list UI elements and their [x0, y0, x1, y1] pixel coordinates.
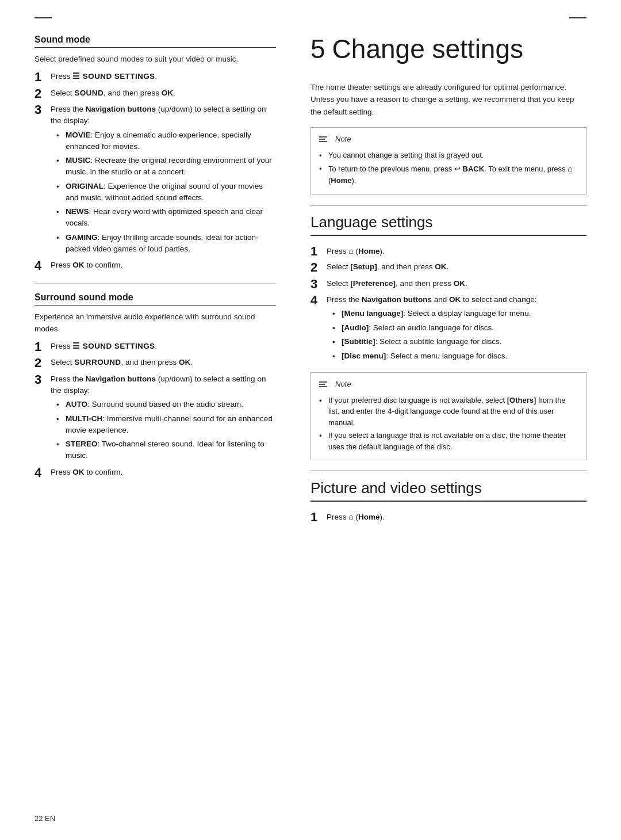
sound-mode-bullets: • MOVIE: Enjoy a cinematic audio experie… — [51, 129, 276, 255]
right-intro-text: The home theater settings are already co… — [310, 81, 586, 119]
sound-step-1: 1 Press ☰ SOUND SETTINGS. — [34, 71, 276, 85]
sound-mode-steps: 1 Press ☰ SOUND SETTINGS. 2 Select SOUND… — [34, 71, 276, 273]
note-label-1: Note — [335, 133, 351, 145]
note-box-2: Note • If your preferred disc language i… — [310, 372, 586, 460]
picture-video-steps: 1 Press (Home). — [310, 511, 586, 525]
sound-mode-heading: Sound mode — [34, 35, 276, 48]
sound-step-2: 2 Select SOUND, and then press OK. — [34, 87, 276, 101]
chapter-title: 5Change settings — [310, 35, 586, 64]
note2-bullet-2: • If you select a language that is not a… — [319, 430, 578, 452]
surround-step-2: 2 Select SURROUND, and then press OK. — [34, 357, 276, 371]
section-divider-1 — [34, 284, 276, 284]
lang-bullet-subtitle: • [Subtitle]: Select a subtitle language… — [332, 336, 586, 348]
pv-step-1: 1 Press (Home). — [310, 511, 586, 525]
surround-bullet-multich: • MULTI-CH: Immersive multi-channel soun… — [56, 413, 276, 437]
surround-heading: Surround sound mode — [34, 292, 276, 306]
note-box-1: Note • You cannot change a setting that … — [310, 127, 586, 194]
lang-bullet-disc: • [Disc menu]: Select a menu language fo… — [332, 350, 586, 362]
picture-video-section: Picture and video settings 1 Press (Home… — [310, 479, 586, 525]
surround-steps: 1 Press ☰ SOUND SETTINGS. 2 Select SURRO… — [34, 341, 276, 480]
note1-bullets: • You cannot change a setting that is gr… — [319, 150, 578, 186]
sound-bullet-news: • NEWS: Hear every word with optimized s… — [56, 206, 276, 230]
page-number: 22 EN — [34, 814, 55, 823]
sound-bullet-gaming: • GAMING: Enjoy thrilling arcade sounds,… — [56, 232, 276, 255]
section-divider-right-2 — [310, 471, 586, 471]
surround-bullet-stereo: • STEREO: Two-channel stereo sound. Idea… — [56, 438, 276, 462]
surround-step-3: 3 Press the Navigation buttons (up/down)… — [34, 373, 276, 464]
lang-step-1: 1 Press (Home). — [310, 245, 586, 259]
surround-intro: Experience an immersive audio experience… — [34, 311, 276, 335]
sound-step-3: 3 Press the Navigation buttons (up/down)… — [34, 104, 276, 257]
surround-bullets: • AUTO: Surround sound based on the audi… — [51, 399, 276, 462]
home-icon-note — [568, 165, 572, 173]
note-icon-1 — [319, 136, 331, 142]
lang-bullet-audio: • [Audio]: Select an audio language for … — [332, 322, 586, 334]
note-icon-2 — [319, 381, 331, 387]
language-settings-section: Language settings 1 Press (Home). 2 Sele… — [310, 213, 586, 364]
language-heading: Language settings — [310, 213, 586, 236]
surround-step-4: 4 Press OK to confirm. — [34, 467, 276, 480]
top-line-left — [34, 17, 52, 18]
back-icon — [454, 165, 461, 173]
page-footer: 22 EN — [34, 814, 55, 823]
lang-step-3: 3 Select [Preference], and then press OK… — [310, 278, 586, 292]
chapter-title-text: Change settings — [332, 34, 523, 64]
note2-bullet-1: • If your preferred disc language is not… — [319, 395, 578, 429]
lang-bullet-menu: • [Menu language]: Select a display lang… — [332, 308, 586, 320]
sound-bullet-music: • MUSIC: Recreate the original recording… — [56, 155, 276, 178]
surround-sound-section: Surround sound mode Experience an immers… — [34, 292, 276, 480]
lang-step-2: 2 Select [Setup], and then press OK. — [310, 261, 586, 275]
note-header-2: Note — [319, 379, 578, 390]
sound-mode-section: Sound mode Select predefined sound modes… — [34, 35, 276, 273]
note1-bullet-2: • To return to the previous menu, press … — [319, 163, 578, 186]
right-column: 5Change settings The home theater settin… — [299, 35, 586, 805]
sound-mode-intro: Select predefined sound modes to suit yo… — [34, 54, 276, 65]
sound-bullet-original: • ORIGINAL: Experience the original soun… — [56, 181, 276, 204]
surround-step-1: 1 Press ☰ SOUND SETTINGS. — [34, 341, 276, 354]
sound-step-4: 4 Press OK to confirm. — [34, 259, 276, 273]
lang-step-4: 4 Press the Navigation buttons and OK to… — [310, 294, 586, 364]
home-icon-pv1 — [348, 513, 353, 521]
language-steps: 1 Press (Home). 2 Select [Setup], and th… — [310, 245, 586, 364]
note2-bullets: • If your preferred disc language is not… — [319, 395, 578, 453]
picture-video-heading: Picture and video settings — [310, 479, 586, 502]
language-bullets: • [Menu language]: Select a display lang… — [327, 308, 586, 362]
top-line-right — [569, 17, 586, 18]
note1-bullet-1: • You cannot change a setting that is gr… — [319, 150, 578, 162]
sound-bullet-movie: • MOVIE: Enjoy a cinematic audio experie… — [56, 129, 276, 153]
chapter-number: 5 — [310, 34, 325, 64]
left-column: Sound mode Select predefined sound modes… — [34, 35, 276, 805]
surround-bullet-auto: • AUTO: Surround sound based on the audi… — [56, 399, 276, 411]
note-label-2: Note — [335, 379, 351, 390]
note-header-1: Note — [319, 133, 578, 145]
section-divider-right-1 — [310, 205, 586, 205]
home-icon-lang1 — [348, 247, 353, 255]
